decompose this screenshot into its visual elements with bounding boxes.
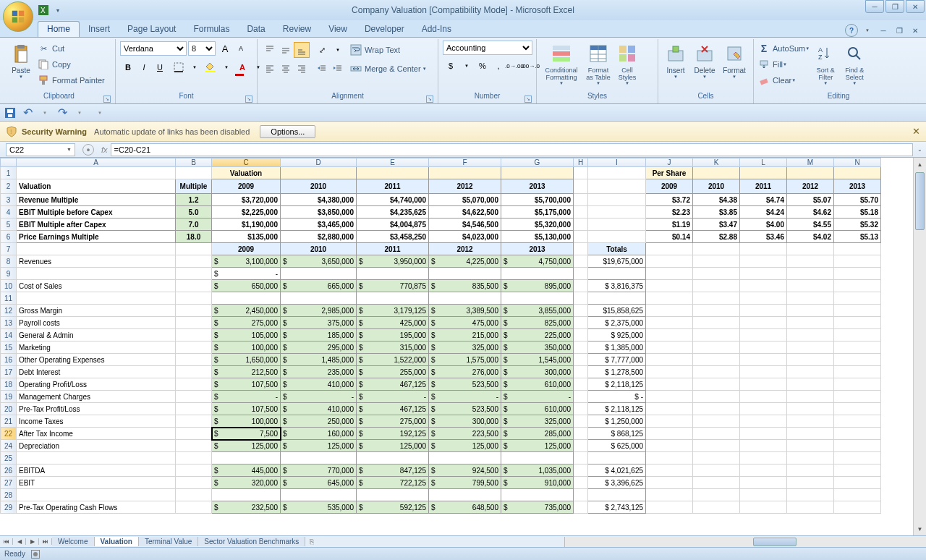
align-left-button[interactable] [262, 61, 278, 77]
sheet-tab-sector-valuation-benchmarks[interactable]: Sector Valuation Benchmarks [198, 537, 305, 546]
font-dialog-icon[interactable]: ↘ [245, 96, 252, 103]
format-as-table-button[interactable]: Format as Table▼ [583, 41, 613, 87]
number-format-select[interactable]: Accounting [443, 41, 532, 55]
align-center-button[interactable] [278, 61, 294, 77]
number-dialog-icon[interactable]: ↘ [524, 96, 532, 103]
shrink-font-button[interactable]: A [233, 41, 249, 56]
copy-button[interactable]: Copy [36, 56, 106, 72]
row-label: Pre-Tax Profit/Loss [17, 403, 176, 415]
undo-icon[interactable]: ↶ [22, 107, 33, 119]
format-cells-button[interactable]: Format▼ [719, 41, 749, 80]
decrease-decimal-button[interactable]: .00→.0 [522, 58, 538, 74]
bold-button[interactable]: B [120, 59, 136, 75]
cell-styles-button[interactable]: Cell Styles▼ [613, 41, 641, 87]
fill-button[interactable]: Fill ▼ [757, 56, 811, 72]
orientation-button[interactable]: ⤢ [314, 42, 330, 58]
valuation-header: Valuation [212, 167, 281, 179]
cancel-formula-icon[interactable]: ● [82, 144, 94, 156]
increase-decimal-button[interactable]: .0→.00 [506, 58, 522, 74]
horizontal-scrollbar[interactable] [564, 537, 926, 547]
ribbon-tab-formulas[interactable]: Formulas [184, 22, 238, 37]
table-row: 18Operating Profit/Loss$107,500$410,000$… [1, 378, 881, 391]
percent-button[interactable]: % [475, 58, 490, 74]
sheet-tab-terminal-value[interactable]: Terminal Value [139, 537, 198, 546]
ribbon-tab-review[interactable]: Review [274, 22, 320, 37]
sort-filter-button[interactable]: AZSort & Filter▼ [811, 41, 840, 87]
row-label: Pre-Tax Operating Cash Flows [17, 501, 176, 514]
security-options-button[interactable]: Options... [260, 125, 315, 138]
security-message: Automatic update of links has been disab… [94, 127, 250, 136]
minimize-button[interactable]: ─ [865, 0, 884, 13]
accounting-format-button[interactable]: $ [443, 58, 459, 74]
cut-button[interactable]: ✂Cut [36, 41, 106, 56]
svg-text:Z: Z [818, 54, 823, 61]
italic-button[interactable]: I [136, 59, 152, 75]
ribbon-tab-home[interactable]: Home [38, 21, 80, 37]
vertical-scrollbar[interactable]: ▲ ▼ [913, 158, 926, 535]
row-label [17, 268, 176, 280]
decrease-indent-button[interactable] [314, 61, 330, 77]
new-sheet-icon[interactable]: ⎘ [305, 538, 318, 546]
fill-color-button[interactable] [203, 59, 218, 75]
ribbon-tab-data[interactable]: Data [238, 22, 273, 37]
sheet-tab-welcome[interactable]: Welcome [52, 537, 95, 546]
prev-sheet-icon[interactable]: ◀ [13, 538, 26, 545]
name-box[interactable]: C22▼ [6, 143, 75, 156]
format-painter-button[interactable]: Format Painter [36, 72, 106, 88]
font-name-select[interactable]: Verdana [120, 41, 187, 56]
autosum-button[interactable]: ΣAutoSum ▼ [757, 41, 811, 56]
minimize-doc-button[interactable]: ─ [877, 24, 890, 37]
svg-rect-8 [18, 51, 27, 62]
ribbon-tab-add-ins[interactable]: Add-Ins [413, 22, 460, 37]
insert-cells-button[interactable]: Insert▼ [661, 41, 690, 80]
redo-icon[interactable]: ↷ [56, 107, 68, 119]
spreadsheet-grid[interactable]: ABCDEFGHIJKLMN1ValuationPer Share2Valuat… [0, 158, 913, 535]
paste-button[interactable]: Paste▼ [6, 41, 36, 80]
align-bottom-button[interactable] [294, 42, 310, 58]
help-icon[interactable]: ? [845, 24, 858, 37]
clear-button[interactable]: Clear ▼ [757, 72, 811, 88]
macro-record-icon[interactable] [31, 550, 40, 559]
ribbon-tab-view[interactable]: View [320, 22, 356, 37]
font-size-select[interactable]: 8 [188, 41, 216, 56]
merge-center-button[interactable]: Merge & Center ▼ [349, 61, 428, 77]
next-sheet-icon[interactable]: ▶ [26, 538, 39, 545]
formula-input[interactable]: =C20-C21 [111, 143, 913, 156]
table-row: 13Payroll costs$275,000$375,000$425,000$… [1, 317, 881, 329]
save-icon[interactable] [4, 107, 16, 119]
qat-dropdown-icon[interactable]: ▼ [52, 4, 64, 16]
last-sheet-icon[interactable]: ⏭ [39, 538, 52, 545]
fx-icon[interactable]: fx [101, 145, 108, 154]
close-button[interactable]: ✕ [906, 0, 925, 13]
restore-doc-button[interactable]: ❐ [893, 24, 906, 37]
comma-button[interactable]: , [490, 58, 506, 74]
align-right-button[interactable] [294, 61, 310, 77]
align-middle-button[interactable] [278, 42, 294, 58]
close-doc-button[interactable]: ✕ [909, 24, 922, 37]
expand-formula-icon[interactable]: ⌄ [913, 146, 926, 153]
first-sheet-icon[interactable]: ⏮ [0, 538, 13, 545]
office-button[interactable] [3, 1, 33, 32]
conditional-formatting-button[interactable]: Conditional Formatting▼ [540, 41, 583, 87]
border-button[interactable] [171, 59, 187, 75]
find-select-button[interactable]: Find & Select▼ [840, 41, 869, 87]
ribbon-tabs: HomeInsertPage LayoutFormulasDataReviewV… [0, 20, 926, 38]
ribbon-tab-developer[interactable]: Developer [356, 22, 413, 37]
underline-button[interactable]: U [152, 59, 168, 75]
increase-indent-button[interactable] [330, 61, 346, 77]
delete-cells-button[interactable]: Delete▼ [690, 41, 719, 80]
table-row: 14General & Admin$105,000$185,000$195,00… [1, 329, 881, 341]
wrap-text-button[interactable]: Wrap Text [349, 42, 428, 58]
maximize-button[interactable]: ❐ [885, 0, 904, 13]
align-top-button[interactable] [262, 42, 278, 58]
window-title: Company Valuation [Compatibility Mode] -… [352, 5, 574, 15]
totals-header: Totals [588, 243, 646, 255]
grow-font-button[interactable]: A [217, 41, 233, 56]
sheet-tab-valuation[interactable]: Valuation [95, 537, 139, 546]
font-color-button[interactable]: A [234, 59, 250, 75]
ribbon-tab-insert[interactable]: Insert [80, 22, 119, 37]
security-close-icon[interactable]: ✕ [912, 126, 920, 137]
ribbon-tab-page-layout[interactable]: Page Layout [119, 22, 184, 37]
clipboard-dialog-icon[interactable]: ↘ [103, 96, 111, 103]
alignment-dialog-icon[interactable]: ↘ [426, 96, 433, 103]
